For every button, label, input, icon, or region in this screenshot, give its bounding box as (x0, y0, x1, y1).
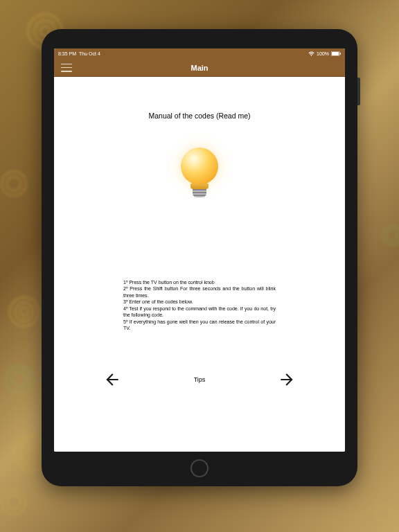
instruction-line: 4º Test if you respond to the command wi… (123, 305, 276, 319)
svg-point-14 (7, 495, 21, 509)
home-button[interactable] (190, 459, 209, 477)
instruction-line: 2º Press the Shift button For three seco… (123, 285, 276, 299)
svg-point-16 (382, 226, 399, 245)
battery-percent: 100% (317, 51, 329, 56)
content-area: Manual of the codes (Read me) 1º Press t… (54, 77, 345, 452)
status-bar: 8:35 PM Thu Oct 4 100% (54, 48, 345, 59)
nav-footer-label: Tips (194, 376, 206, 383)
instruction-line: 5º If everything has gone well then you … (123, 319, 276, 332)
svg-point-3 (2, 172, 26, 196)
svg-point-12 (26, 449, 36, 459)
instruction-line: 3º Enter one of the codes below. (123, 299, 276, 305)
menu-icon[interactable] (61, 64, 72, 72)
svg-point-8 (6, 366, 33, 393)
svg-point-18 (375, 504, 392, 522)
tablet-side-button (357, 78, 360, 105)
wifi-icon (308, 51, 314, 57)
svg-point-13 (2, 490, 26, 515)
prev-arrow-button[interactable] (103, 370, 122, 389)
svg-point-15 (378, 10, 393, 25)
nav-bar: Main (54, 59, 345, 77)
page-nav-footer: Tips (68, 370, 331, 389)
svg-point-5 (10, 297, 39, 326)
nav-title: Main (54, 64, 345, 72)
instruction-line: 1º Press the TV button on the control kn… (123, 279, 276, 285)
tablet-frame: 8:35 PM Thu Oct 4 100% Main Manual of (42, 29, 357, 486)
svg-point-17 (387, 230, 398, 241)
status-time: 8:35 PM (58, 51, 76, 56)
instructions-text: 1º Press the TV button on the control kn… (68, 279, 331, 332)
battery-icon (331, 51, 341, 57)
svg-point-9 (12, 372, 27, 387)
page-title: Manual of the codes (Read me) (68, 112, 331, 120)
screen: 8:35 PM Thu Oct 4 100% Main Manual of (54, 48, 345, 452)
svg-rect-21 (340, 53, 341, 55)
status-date: Thu Oct 4 (79, 51, 100, 56)
svg-point-4 (7, 177, 21, 190)
svg-point-6 (15, 303, 33, 321)
svg-point-7 (20, 308, 28, 316)
svg-rect-20 (332, 52, 339, 55)
lightbulb-icon (68, 148, 331, 203)
svg-point-11 (21, 443, 42, 465)
next-arrow-button[interactable] (277, 370, 296, 389)
